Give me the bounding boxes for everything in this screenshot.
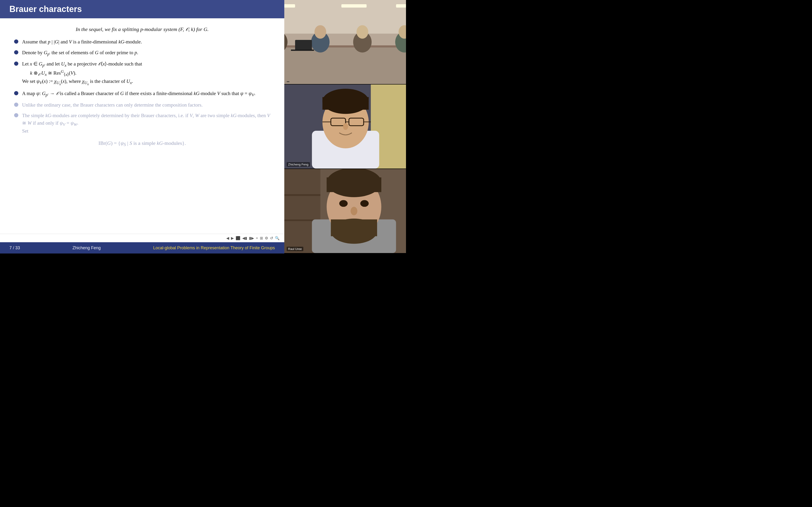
bullet-dot-6 <box>14 113 18 117</box>
video-feed-middle: Zhicheng Feng <box>284 84 406 169</box>
intro-line: In the sequel, we fix a splitting p-modu… <box>14 25 270 33</box>
svg-rect-6 <box>396 4 406 7</box>
nav-search-icon[interactable]: 🔍 <box>275 236 280 240</box>
footer-author: Zhicheng Feng <box>72 245 101 250</box>
slide-footer: 7 / 33 Zhicheng Feng Local-global Proble… <box>0 242 284 253</box>
nav-list-icon[interactable]: ≡ <box>256 236 258 240</box>
slide-nav: ◀ ▶ ⬛ ◀▮ ▮▶ ≡ ⊞ ⚙ ↺ 🔍 <box>0 234 284 242</box>
svg-point-10 <box>314 25 326 39</box>
svg-point-47 <box>360 200 369 207</box>
svg-rect-23 <box>322 97 369 110</box>
video-panel: Zhicheng Feng <box>284 0 406 253</box>
svg-rect-2 <box>284 46 406 84</box>
svg-rect-42 <box>326 177 381 192</box>
svg-point-29 <box>343 123 348 130</box>
nav-right-icon[interactable]: ▶ <box>231 236 234 240</box>
svg-rect-44 <box>331 219 377 236</box>
bullet-text-3: Let x ∈ Gp′ and let Ux be a projective 𝒪… <box>22 60 270 87</box>
video-feed-bottom: Raul Uree <box>284 169 406 253</box>
bullet-text-6: The simple kG-modules are completely det… <box>22 112 270 135</box>
svg-point-45 <box>351 207 357 215</box>
bullet-text-4: A map ψ: Gp′ → 𝒪 is called a Brauer char… <box>22 90 270 98</box>
bullet-dot-3 <box>14 61 18 66</box>
list-item: Let x ∈ Gp′ and let Ux be a projective 𝒪… <box>14 60 270 87</box>
nav-settings-icon[interactable]: ⚙ <box>265 236 268 240</box>
bullet-dot-1 <box>14 40 18 44</box>
bullet-text-2: Denote by Gp′ the set of elements of G o… <box>22 49 270 57</box>
math-formula: IBr(G) = {ψS | S is a simple kG-modules}… <box>14 139 270 148</box>
footer-page: 7 / 33 <box>9 245 20 250</box>
video-label-bottom: Raul Uree <box>287 247 303 251</box>
video-label-top <box>287 81 290 82</box>
video-feed-top <box>284 0 406 84</box>
svg-rect-33 <box>284 194 320 196</box>
svg-point-46 <box>339 200 348 207</box>
bullet-text-1: Assume that p | |G| and V is a finite-di… <box>22 38 270 46</box>
svg-rect-15 <box>295 40 312 50</box>
bullet-list: Assume that p | |G| and V is a finite-di… <box>14 38 270 135</box>
svg-point-12 <box>356 25 368 39</box>
nav-refresh-icon[interactable]: ↺ <box>270 236 273 240</box>
list-item: Denote by Gp′ the set of elements of G o… <box>14 49 270 57</box>
svg-rect-4 <box>284 4 295 7</box>
slide-header: Brauer characters <box>0 0 284 18</box>
video-label-middle: Zhicheng Feng <box>287 162 310 167</box>
list-item: A map ψ: Gp′ → 𝒪 is called a Brauer char… <box>14 90 270 98</box>
list-item: Unlike the ordinary case, the Brauer cha… <box>14 101 270 109</box>
slide-content: In the sequel, we fix a splitting p-modu… <box>0 18 284 234</box>
nav-prev-icon[interactable]: ◀▮ <box>242 236 247 240</box>
svg-rect-16 <box>291 50 314 51</box>
nav-grid-icon[interactable]: ⊞ <box>260 236 263 240</box>
bullet-dot-5 <box>14 103 18 107</box>
nav-leftright-icon[interactable]: ⬛ <box>236 236 240 240</box>
list-item: Assume that p | |G| and V is a finite-di… <box>14 38 270 46</box>
footer-title: Local-global Problems in Representation … <box>153 245 275 250</box>
list-item: The simple kG-modules are completely det… <box>14 112 270 135</box>
slide-title: Brauer characters <box>9 4 82 14</box>
slide-container: Brauer characters In the sequel, we fix … <box>0 0 284 253</box>
bullet-dot-4 <box>14 91 18 95</box>
nav-next-icon[interactable]: ▮▶ <box>249 236 254 240</box>
bullet-dot-2 <box>14 50 18 54</box>
svg-rect-5 <box>341 4 366 7</box>
bullet-text-5: Unlike the ordinary case, the Brauer cha… <box>22 101 270 109</box>
nav-left-icon[interactable]: ◀ <box>226 236 229 240</box>
